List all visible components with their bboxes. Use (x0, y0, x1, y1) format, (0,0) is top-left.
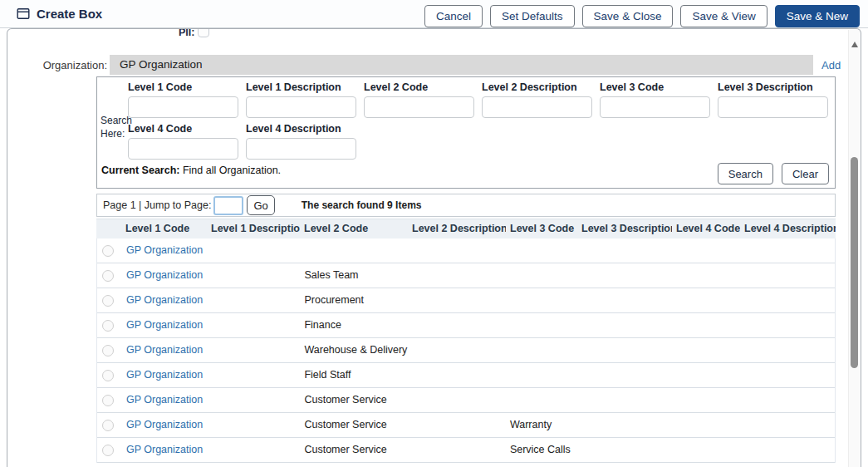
organization-link[interactable]: GP Organization (122, 338, 208, 362)
level-1-description-label: Level 1 Description (246, 81, 359, 93)
table-row: GP OrganizationCustomer Service (97, 388, 835, 413)
table-cell (208, 288, 301, 312)
table-cell (577, 313, 672, 337)
search-here-label: Search Here: (101, 114, 129, 140)
go-button[interactable]: Go (247, 195, 274, 215)
table-cell (577, 388, 672, 412)
table-cell (208, 363, 301, 387)
table-cell (408, 263, 506, 288)
level-4-description-input[interactable] (246, 138, 356, 160)
top-toolbar: Create Box Cancel Set Defaults Save & Cl… (0, 0, 868, 28)
table-cell (408, 363, 506, 387)
window-title-area: Create Box (17, 0, 102, 27)
level-4-code-input[interactable] (128, 138, 238, 160)
organization-link[interactable]: GP Organization (122, 413, 208, 437)
table-cell (208, 338, 301, 362)
table-row: GP OrganizationCustomer ServiceService C… (97, 438, 835, 463)
row-select-radio[interactable] (102, 345, 114, 356)
organization-link[interactable]: GP Organization (122, 313, 208, 337)
table-cell: Warehouse & Delivery (300, 338, 408, 362)
level-2-code-input[interactable] (364, 96, 474, 118)
level-2-description-label: Level 2 Description (482, 81, 595, 93)
cancel-button[interactable]: Cancel (424, 5, 483, 27)
current-search-text: Current Search: Find all Organization. (101, 165, 281, 176)
clear-button[interactable]: Clear (782, 163, 829, 184)
table-cell: Customer Service (300, 388, 408, 412)
table-cell (408, 388, 506, 412)
table-cell (577, 238, 672, 263)
table-cell: Customer Service (300, 438, 408, 462)
table-row: GP OrganizationField Staff (97, 363, 835, 388)
row-select-radio[interactable] (102, 395, 114, 406)
column-header: Level 1 Description (207, 219, 300, 238)
organization-label: Organization: (7, 59, 107, 71)
table-row: GP OrganizationSales Team (97, 263, 835, 288)
organization-link[interactable]: GP Organization (122, 363, 208, 387)
column-header: Level 3 Code (506, 219, 577, 238)
organization-link[interactable]: GP Organization (122, 238, 208, 263)
page-jump-label: Page 1 | Jump to Page: (103, 199, 211, 211)
table-cell (671, 263, 739, 288)
table-cell: Warranty (506, 413, 577, 437)
level-4-description-label: Level 4 Description (246, 123, 359, 135)
row-select-radio[interactable] (102, 245, 114, 257)
table-cell (208, 263, 301, 288)
table-cell (739, 363, 835, 387)
table-cell (739, 263, 835, 288)
scrollbar-up-arrow-icon[interactable] (851, 42, 858, 47)
box-icon (17, 7, 30, 20)
row-select-radio[interactable] (102, 320, 114, 332)
vertical-scrollbar[interactable] (848, 30, 860, 467)
level-3-description-label: Level 3 Description (718, 81, 831, 93)
organization-selected-value[interactable]: GP Organization (110, 55, 813, 75)
row-select-radio[interactable] (102, 295, 114, 307)
level-4-code-label: Level 4 Code (128, 123, 241, 135)
organization-link[interactable]: GP Organization (122, 388, 208, 412)
table-cell (577, 363, 672, 387)
level-3-description-input[interactable] (718, 96, 828, 118)
table-cell (506, 238, 577, 263)
table-row: GP OrganizationCustomer ServiceWarranty (97, 413, 835, 438)
table-cell: Field Staff (300, 363, 408, 387)
search-results-count: The search found 9 Items (302, 199, 422, 211)
organization-link[interactable]: GP Organization (122, 288, 208, 312)
table-cell (208, 238, 301, 263)
results-table-header: Level 1 CodeLevel 1 DescriptionLevel 2 C… (96, 219, 836, 238)
search-button[interactable]: Search (718, 163, 773, 184)
table-cell (577, 413, 672, 437)
table-cell: Finance (300, 313, 408, 337)
table-cell (671, 388, 739, 412)
level-1-code-input[interactable] (128, 96, 238, 118)
save-and-view-button[interactable]: Save & View (680, 5, 767, 27)
column-header: Level 4 Code (672, 219, 740, 238)
row-select-radio[interactable] (102, 445, 114, 456)
column-header: Level 3 Description (577, 219, 672, 238)
level-2-description-input[interactable] (482, 96, 592, 118)
jump-to-page-input[interactable] (213, 196, 243, 215)
level-3-code-input[interactable] (600, 96, 710, 118)
table-row: GP OrganizationProcurement (97, 288, 835, 313)
row-select-radio[interactable] (102, 370, 114, 381)
organization-link[interactable]: GP Organization (122, 438, 208, 462)
pii-checkbox[interactable] (198, 28, 209, 37)
table-cell (506, 338, 577, 362)
table-cell (408, 413, 506, 437)
table-cell (208, 438, 301, 462)
row-select-radio[interactable] (102, 420, 114, 431)
current-search-value: Find all Organization. (179, 165, 281, 176)
level-1-description-input[interactable] (246, 96, 356, 118)
table-cell (671, 363, 739, 387)
organization-link[interactable]: GP Organization (122, 263, 208, 288)
add-link[interactable]: Add (821, 59, 841, 71)
save-and-new-button[interactable]: Save & New (775, 5, 860, 27)
set-defaults-button[interactable]: Set Defaults (490, 5, 575, 27)
save-and-close-button[interactable]: Save & Close (582, 5, 674, 27)
scrollbar-thumb[interactable] (851, 157, 858, 368)
level-3-description-field: Level 3 Description (718, 81, 831, 118)
table-cell (408, 288, 506, 312)
table-cell (408, 438, 506, 462)
table-row: GP OrganizationWarehouse & Delivery (97, 338, 835, 363)
row-select-radio[interactable] (102, 270, 114, 282)
table-cell (577, 438, 672, 462)
table-cell (408, 238, 506, 263)
